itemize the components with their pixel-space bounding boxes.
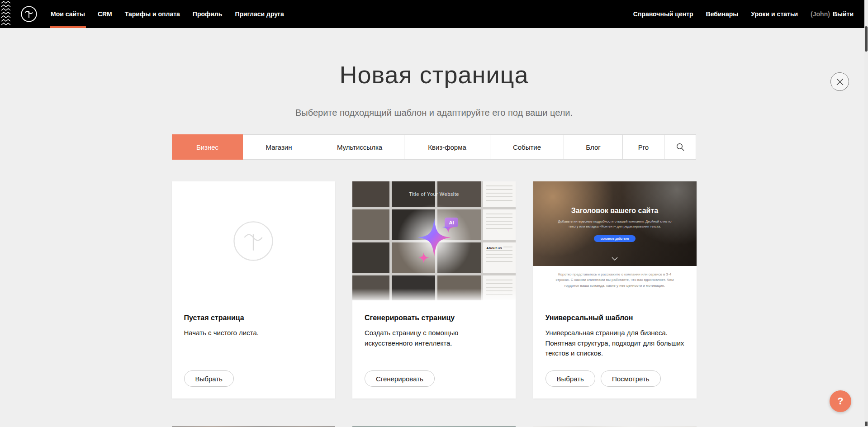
card-actions: Выбрать	[184, 370, 234, 387]
preview-body-text: Коротко представьтесь и расскажите о ком…	[533, 266, 697, 300]
collage-doc-tile	[483, 275, 516, 300]
preview-hero-title: Заголовок вашего сайта	[533, 181, 697, 215]
about-us-label: About us	[486, 246, 503, 250]
preview-hero: Заголовок вашего сайта Добавьте интересн…	[533, 181, 697, 266]
collage-tile	[352, 242, 389, 273]
tab-event[interactable]: Событие	[490, 134, 564, 160]
template-card-universal[interactable]: Заголовок вашего сайта Добавьте интересн…	[533, 181, 697, 399]
nav-lessons[interactable]: Уроки и статьи	[745, 0, 804, 28]
generate-button[interactable]: Сгенерировать	[365, 370, 435, 387]
user-name: (John)	[811, 10, 830, 18]
logout-link[interactable]: Выйти	[833, 10, 854, 18]
chevron-down-icon	[612, 254, 618, 262]
card-title: Универсальный шаблон	[545, 314, 684, 322]
nav-webinars[interactable]: Вебинары	[700, 0, 745, 28]
card-actions: Выбрать Посмотреть	[545, 370, 661, 387]
card-title: Сгенерировать страницу	[365, 314, 503, 322]
collage-doc-tile	[483, 209, 516, 240]
preview-hero-subtext: Добавьте интересные подробности о вашей …	[556, 219, 674, 229]
nav-invite-friend[interactable]: Пригласи друга	[228, 0, 290, 28]
template-grid: Пустая страница Начать с чистого листа. …	[172, 181, 697, 399]
card-actions: Сгенерировать	[365, 370, 435, 387]
navbar-left: Мои сайты CRM Тарифы и оплата Профиль Пр…	[44, 0, 290, 28]
card-body: Сгенерировать страницу Создать страницу …	[352, 300, 516, 348]
ai-preview: About us Title of Your Website	[352, 181, 516, 300]
card-description: Создать страницу с помощью искусственног…	[365, 328, 503, 348]
nav-user: (John) Выйти	[804, 0, 860, 28]
card-body: Пустая страница Начать с чистого листа.	[172, 300, 335, 338]
choose-button[interactable]: Выбрать	[545, 370, 595, 387]
nav-pricing[interactable]: Тарифы и оплата	[119, 0, 186, 28]
card-title: Пустая страница	[184, 314, 323, 322]
scrollbar-thumb[interactable]	[865, 26, 868, 52]
tab-multilink[interactable]: Мультиссылка	[315, 134, 404, 160]
scrollbar-end[interactable]	[865, 422, 868, 426]
blank-preview	[172, 181, 335, 300]
close-button[interactable]	[830, 72, 849, 91]
tab-pro[interactable]: Pro	[623, 134, 664, 160]
nav-crm[interactable]: CRM	[91, 0, 119, 28]
tab-quiz-form[interactable]: Квиз-форма	[404, 134, 490, 160]
collage-tile	[352, 275, 389, 300]
tilda-logo[interactable]	[20, 5, 38, 23]
choose-button[interactable]: Выбрать	[184, 370, 234, 387]
navbar-right: Справочный центр Вебинары Уроки и статьи…	[627, 0, 868, 28]
page-subtitle: Выберите подходящий шаблон и адаптируйте…	[0, 108, 868, 118]
collage-tile	[352, 209, 389, 240]
scrollbar[interactable]	[864, 0, 868, 427]
nav-my-sites[interactable]: Мои сайты	[44, 0, 91, 28]
view-button[interactable]: Посмотреть	[601, 370, 661, 387]
collage-site-title: Title of Your Website	[352, 191, 516, 197]
tilda-watermark-icon	[232, 220, 274, 262]
card-description: Начать с чистого листа.	[184, 328, 323, 338]
collage-about-tile: About us	[483, 242, 516, 273]
preview-cta-button: основное действие	[594, 235, 636, 242]
main-content: Новая страница Выберите подходящий шабло…	[0, 28, 868, 427]
tab-blog[interactable]: Блог	[564, 134, 623, 160]
tab-search[interactable]	[664, 134, 696, 160]
ai-badge: AI	[445, 218, 458, 227]
close-icon	[836, 78, 844, 85]
tab-store[interactable]: Магазин	[243, 134, 315, 160]
search-icon	[676, 143, 684, 151]
template-card-ai-generate[interactable]: About us Title of Your Website	[352, 181, 516, 399]
card-description: Универсальная страница для бизнеса. Поня…	[545, 328, 684, 359]
template-card-blank[interactable]: Пустая страница Начать с чистого листа. …	[172, 181, 335, 399]
nav-help-center[interactable]: Справочный центр	[627, 0, 700, 28]
template-category-tabs: Бизнес Магазин Мультиссылка Квиз-форма С…	[172, 134, 696, 160]
top-navbar: Мои сайты CRM Тарифы и оплата Профиль Пр…	[0, 0, 868, 28]
universal-preview: Заголовок вашего сайта Добавьте интересн…	[533, 181, 697, 300]
zigzag-pattern-icon	[0, 0, 12, 28]
help-button[interactable]: ?	[830, 390, 851, 412]
nav-profile[interactable]: Профиль	[186, 0, 229, 28]
page-title: Новая страница	[0, 28, 868, 89]
card-body: Универсальный шаблон Универсальная стран…	[533, 300, 697, 359]
tab-business[interactable]: Бизнес	[172, 134, 243, 160]
